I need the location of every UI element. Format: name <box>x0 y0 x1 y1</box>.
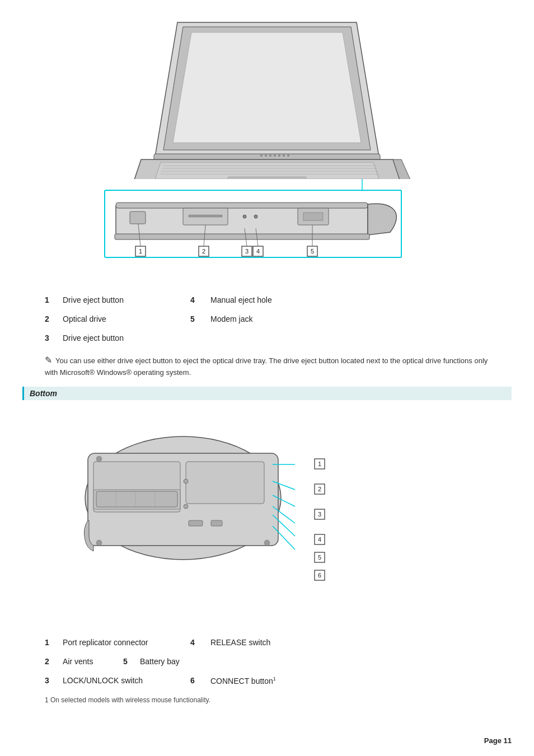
svg-rect-32 <box>303 213 323 220</box>
bottom-part-item-1: 1 Port replicator connector <box>45 638 190 647</box>
svg-rect-26 <box>130 212 146 224</box>
bottom-part-name-4: RELEASE switch <box>210 638 270 647</box>
part-item-3: 3 Drive eject button <box>45 334 190 342</box>
svg-text:2: 2 <box>202 248 205 255</box>
part-name-1: Drive eject button <box>63 295 124 304</box>
laptop-top-svg <box>110 11 424 179</box>
bottom-part-number-5: 5 <box>123 657 133 666</box>
bottom-part-item-3: 3 LOCK/UNLOCK switch <box>45 676 190 685</box>
svg-point-29 <box>243 215 246 218</box>
bottom-part-number-1: 1 <box>45 638 58 647</box>
svg-rect-25 <box>115 234 369 240</box>
parts-row-2-5: 2 Optical drive 5 Modem jack <box>45 314 489 323</box>
bottom-badges: 1 2 3 4 5 6 <box>312 408 357 627</box>
note-text: You can use either drive eject button to… <box>45 356 488 377</box>
bottom-part-number-6: 6 <box>190 676 204 685</box>
bottom-part-item-5: 5 Battery bay <box>123 657 180 666</box>
svg-point-58 <box>264 540 270 546</box>
svg-text:5: 5 <box>318 554 321 561</box>
bottom-part-item-6: 6 CONNECT button1 <box>190 676 336 685</box>
svg-marker-2 <box>173 32 361 143</box>
svg-point-14 <box>269 154 271 157</box>
svg-text:1: 1 <box>139 248 142 255</box>
svg-point-17 <box>283 154 285 157</box>
bottom-section-header: Bottom <box>22 387 512 400</box>
bottom-part-name-1: Port replicator connector <box>63 638 148 647</box>
svg-text:5: 5 <box>311 248 314 255</box>
note-box: ✎You can use either drive eject button t… <box>45 354 489 378</box>
svg-rect-52 <box>96 491 177 507</box>
part-name-4: Manual eject hole <box>210 295 272 304</box>
part-item-4: 4 Manual eject hole <box>190 295 336 304</box>
svg-point-15 <box>274 154 276 157</box>
svg-point-60 <box>184 504 188 509</box>
svg-rect-56 <box>186 462 264 504</box>
svg-point-12 <box>260 154 263 157</box>
part-number-5: 5 <box>190 314 204 323</box>
part-number-1: 1 <box>45 295 58 304</box>
bottom-part-name-2: Air vents <box>63 657 93 666</box>
svg-point-57 <box>96 540 102 546</box>
bottom-part-name-5: Battery bay <box>140 657 180 666</box>
svg-point-30 <box>254 215 257 218</box>
bottom-part-number-4: 4 <box>190 638 204 647</box>
svg-marker-5 <box>155 162 379 179</box>
bottom-parts-row-2-5: 2 Air vents 5 Battery bay <box>45 657 489 666</box>
part-name-2: Optical drive <box>63 314 106 323</box>
svg-text:4: 4 <box>318 536 321 543</box>
bottom-parts-row-3-6: 3 LOCK/UNLOCK switch 6 CONNECT button1 <box>45 676 489 685</box>
bottom-view-section: 1 2 3 4 5 6 <box>77 408 457 627</box>
bottom-view-svg <box>77 408 301 565</box>
part-number-3: 3 <box>45 334 58 342</box>
svg-point-61 <box>184 479 188 483</box>
parts-row-3: 3 Drive eject button <box>45 334 489 342</box>
part-number-2: 2 <box>45 314 58 323</box>
svg-rect-23 <box>116 204 368 235</box>
bottom-part-item-2: 2 Air vents <box>45 657 123 666</box>
page-container: 1 2 3 4 5 1 Drive eject button <box>0 0 534 756</box>
part-name-3: Drive eject button <box>63 334 124 342</box>
footnote: 1 On selected models with wireless mouse… <box>45 696 489 704</box>
svg-rect-63 <box>211 520 222 526</box>
note-icon: ✎ <box>45 355 52 365</box>
part-item-1: 1 Drive eject button <box>45 295 190 304</box>
svg-point-59 <box>96 456 102 462</box>
svg-rect-28 <box>189 215 222 217</box>
bottom-parts-list: 1 Port replicator connector 4 RELEASE sw… <box>45 638 489 685</box>
bottom-part-name-6: CONNECT button1 <box>210 676 276 685</box>
parts-row-1-4: 1 Drive eject button 4 Manual eject hole <box>45 295 489 304</box>
bottom-badges-svg: 1 2 3 4 5 6 <box>312 453 340 610</box>
bottom-part-item-4: 4 RELEASE switch <box>190 638 336 647</box>
bottom-part-name-3: LOCK/UNLOCK switch <box>63 676 143 685</box>
laptop-illustration <box>22 11 512 179</box>
page-number: Page 11 <box>484 736 512 745</box>
part-number-4: 4 <box>190 295 204 304</box>
bottom-parts-row-1-4: 1 Port replicator connector 4 RELEASE sw… <box>45 638 489 647</box>
front-view-svg: 1 2 3 4 5 <box>77 179 457 280</box>
part-item-5: 5 Modem jack <box>190 314 336 323</box>
svg-rect-62 <box>189 520 203 526</box>
bottom-section-title: Bottom <box>30 389 57 398</box>
svg-text:6: 6 <box>318 572 321 579</box>
svg-rect-24 <box>116 203 368 208</box>
svg-text:3: 3 <box>318 511 321 518</box>
part-item-2: 2 Optical drive <box>45 314 190 323</box>
svg-text:2: 2 <box>318 486 321 492</box>
svg-text:3: 3 <box>245 248 249 255</box>
svg-point-13 <box>265 154 267 157</box>
bottom-laptop-illustration <box>77 408 312 627</box>
bottom-part-number-2: 2 <box>45 657 58 666</box>
svg-point-18 <box>287 154 289 157</box>
front-parts-list: 1 Drive eject button 4 Manual eject hole… <box>45 295 489 342</box>
svg-text:4: 4 <box>256 248 260 255</box>
svg-text:1: 1 <box>318 461 321 467</box>
part-name-5: Modem jack <box>210 314 252 323</box>
bottom-part-number-3: 3 <box>45 676 58 685</box>
footnote-text: 1 On selected models with wireless mouse… <box>45 696 210 704</box>
svg-point-16 <box>278 154 280 157</box>
front-view-section: 1 2 3 4 5 <box>77 179 457 281</box>
